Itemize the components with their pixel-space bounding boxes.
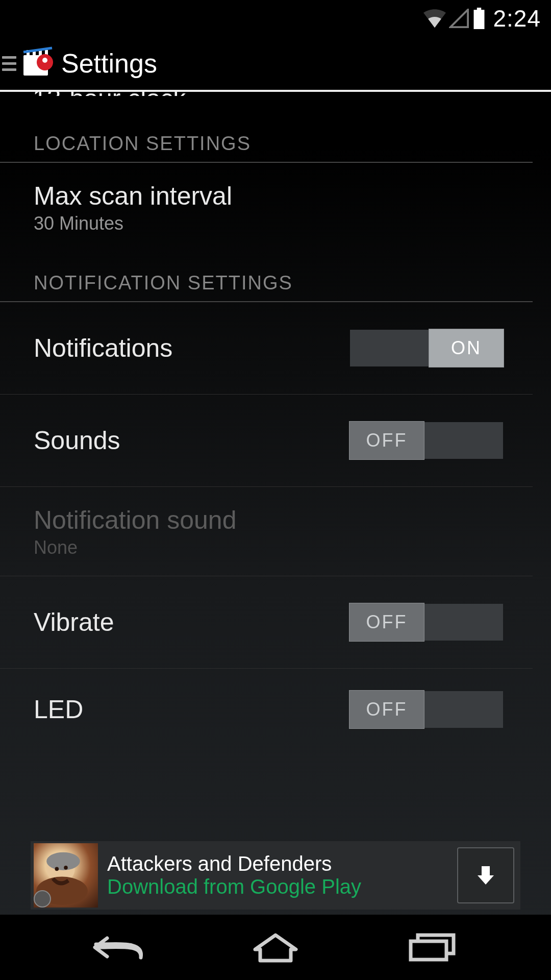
ad-image [34,843,98,908]
setting-title: Notification sound [34,505,508,535]
svg-rect-16 [411,941,446,960]
section-location-header: LOCATION SETTINGS [0,104,533,163]
toggle-knob: OFF [349,690,424,729]
ad-banner[interactable]: Attackers and Defenders Download from Go… [31,841,520,910]
app-icon[interactable] [19,45,56,82]
navigation-bar [0,915,551,980]
menu-icon[interactable] [2,56,16,71]
toggle-knob: ON [429,329,504,368]
toggle-knob: OFF [349,421,424,460]
setting-notification-sound: Notification sound None [0,487,533,576]
setting-title: Max scan interval [34,181,508,211]
page-title: Settings [61,48,157,79]
setting-vibrate[interactable]: Vibrate OFF [0,576,533,669]
svg-rect-0 [474,10,485,29]
setting-title: Vibrate [34,607,350,637]
svg-point-14 [64,866,68,870]
cutoff-row: 12-hour clock [0,92,551,96]
setting-value: 30 Minutes [34,213,508,234]
section-notification-header: NOTIFICATION SETTINGS [0,252,533,302]
setting-max-scan-interval[interactable]: Max scan interval 30 Minutes [0,163,533,252]
setting-title: Notifications [34,333,350,363]
setting-value: None [34,537,508,558]
setting-title: Sounds [34,426,350,455]
back-button[interactable] [88,929,149,966]
setting-notifications[interactable]: Notifications ON [0,302,533,395]
setting-title: LED [34,695,350,724]
ad-info-icon [34,890,51,908]
ad-download-button[interactable] [457,847,514,903]
setting-led[interactable]: LED OFF [0,669,533,740]
ad-title: Attackers and Defenders [107,852,448,875]
setting-sounds[interactable]: Sounds OFF [0,395,533,487]
svg-rect-15 [482,866,490,876]
status-clock: 2:24 [493,5,541,32]
svg-point-11 [46,852,80,870]
svg-point-13 [55,867,59,871]
sounds-toggle[interactable]: OFF [350,422,503,459]
battery-icon [472,8,486,29]
svg-point-9 [42,58,47,63]
ad-subtitle: Download from Google Play [107,875,448,898]
download-icon [473,863,498,888]
led-toggle[interactable]: OFF [350,691,503,728]
recents-button[interactable] [402,929,463,966]
cell-signal-icon [449,9,469,28]
status-bar: 2:24 [0,0,551,37]
notifications-toggle[interactable]: ON [350,330,503,366]
settings-content: 12-hour clock LOCATION SETTINGS Max scan… [0,92,551,915]
toggle-knob: OFF [349,603,424,642]
wifi-icon [423,9,446,28]
home-button[interactable] [245,929,306,966]
action-bar: Settings [0,37,551,92]
vibrate-toggle[interactable]: OFF [350,604,503,641]
svg-rect-1 [477,8,481,11]
